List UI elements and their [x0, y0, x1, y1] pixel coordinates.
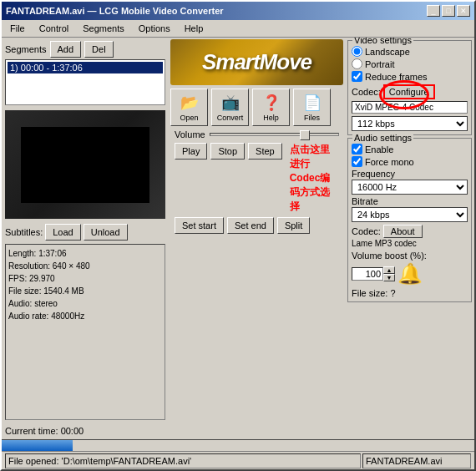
menu-bar: File Control Segments Options Help: [2, 20, 474, 38]
audio-enable-checkbox[interactable]: [352, 144, 362, 154]
spinner-up-button[interactable]: ▲: [383, 266, 395, 274]
force-mono-label: Force mono: [365, 157, 414, 167]
frequency-label: Frequency: [352, 169, 468, 179]
portrait-row: Portrait: [352, 58, 468, 69]
smartmove-text: SmartMove: [202, 49, 311, 75]
audio-settings-group: Audio settings Enable Force mono Frequen…: [347, 138, 472, 302]
clip-info-audiorate: Audio rate: 48000Hz: [8, 310, 162, 322]
volume-boost-row: Volume boost (%):: [352, 251, 468, 261]
status-bar: File opened: 'D:\om\temp\FANTADREAM.avi'…: [2, 451, 474, 469]
del-segment-button[interactable]: Del: [84, 41, 114, 58]
preview-area: [5, 110, 165, 219]
reduce-frames-checkbox[interactable]: [352, 71, 362, 82]
volume-label: Volume: [175, 129, 205, 139]
set-start-button[interactable]: Set start: [175, 217, 224, 234]
menu-help[interactable]: Help: [180, 22, 209, 35]
title-bar-buttons: _ □ ✕: [427, 5, 470, 17]
spinner-buttons: ▲ ▼: [383, 266, 395, 281]
status-right-text: FANTADREAM.avi: [366, 456, 442, 466]
files-label: Files: [304, 114, 320, 122]
open-button[interactable]: 📂 Open: [170, 89, 208, 126]
audio-codec-row: Codec: About: [352, 225, 468, 238]
open-label: Open: [180, 114, 198, 122]
help-label: Help: [263, 114, 279, 122]
maximize-button[interactable]: □: [442, 5, 455, 17]
step-button[interactable]: Step: [248, 143, 282, 160]
add-segment-button[interactable]: Add: [50, 41, 82, 58]
menu-file[interactable]: File: [5, 22, 30, 35]
files-button[interactable]: 📄 Files: [293, 89, 331, 126]
portrait-label: Portrait: [365, 59, 394, 69]
help-icon: ❓: [262, 94, 281, 112]
convert-button[interactable]: 📺 Convert: [211, 89, 249, 126]
load-subtitle-button[interactable]: Load: [45, 224, 80, 241]
configure-container: Configure: [383, 84, 435, 99]
playback-controls: Play Stop Step 点击这里进行Codec编码方式选择: [170, 143, 343, 214]
video-settings-group: Video settings Landscape Portrait Reduce…: [347, 40, 472, 135]
minimize-button[interactable]: _: [427, 5, 440, 17]
smartmove-banner: SmartMove: [170, 39, 343, 85]
close-button[interactable]: ✕: [457, 5, 470, 17]
volume-slider[interactable]: [210, 133, 339, 136]
toolbar-icons: 📂 Open 📺 Convert ❓ Help 📄 Files: [170, 89, 343, 126]
convert-icon: 📺: [221, 94, 240, 112]
status-left: File opened: 'D:\om\temp\FANTADREAM.avi': [5, 453, 361, 468]
spinner-down-button[interactable]: ▼: [383, 274, 395, 281]
files-icon: 📄: [303, 94, 322, 112]
audio-bitrate-select[interactable]: 24 kbps: [352, 207, 468, 222]
volume-boost-label: Volume boost (%):: [352, 251, 427, 261]
segments-header: Segments Add Del: [5, 41, 165, 58]
bitrate-label: Bitrate: [352, 196, 468, 206]
convert-label: Convert: [217, 114, 244, 122]
landscape-label: Landscape: [365, 47, 410, 57]
progress-bar-container: [2, 439, 474, 451]
force-mono-row: Force mono: [352, 156, 468, 167]
landscape-row: Landscape: [352, 46, 468, 57]
force-mono-checkbox[interactable]: [352, 156, 362, 167]
stop-button[interactable]: Stop: [210, 143, 245, 160]
menu-control[interactable]: Control: [34, 22, 73, 35]
menu-options[interactable]: Options: [134, 22, 175, 35]
set-end-button[interactable]: Set end: [227, 217, 274, 234]
video-bitrate-select[interactable]: 112 kbps: [352, 116, 468, 131]
volume-row: Volume: [170, 129, 343, 139]
audio-settings-label: Audio settings: [352, 133, 413, 143]
clip-info-length: Length: 1:37:06: [8, 247, 162, 260]
open-icon: 📂: [180, 94, 199, 112]
title-bar: FANTADREAM.avi — LCG Mobile Video Conver…: [2, 2, 474, 20]
bottom-area: File opened: 'D:\om\temp\FANTADREAM.avi'…: [2, 439, 474, 469]
left-panel: Segments Add Del 1) 00:00 - 1:37:06 Subt…: [2, 38, 169, 439]
landscape-radio[interactable]: [352, 46, 362, 57]
menu-segments[interactable]: Segments: [78, 22, 129, 35]
main-window: FANTADREAM.avi — LCG Mobile Video Conver…: [0, 0, 476, 471]
subtitles-area: Subtitles: Load Unload: [5, 224, 165, 241]
reduce-frames-row: Reduce frames: [352, 71, 468, 82]
split-button[interactable]: Split: [277, 217, 310, 234]
codec-label: Codec:: [352, 87, 381, 97]
configure-button[interactable]: Configure: [383, 84, 435, 99]
decorator-icon: 🔔: [398, 262, 423, 286]
play-button[interactable]: Play: [175, 143, 207, 160]
codec-row: Codec: Configure: [352, 84, 468, 99]
volume-boost-input[interactable]: [352, 267, 383, 281]
about-button[interactable]: About: [383, 225, 423, 238]
video-settings-label: Video settings: [352, 38, 413, 45]
progress-bar-fill: [2, 440, 73, 451]
clip-info-audio: Audio: stereo: [8, 297, 162, 310]
frequency-select[interactable]: 16000 Hz: [352, 180, 468, 195]
segments-listbox[interactable]: 1) 00:00 - 1:37:06: [5, 59, 165, 105]
main-content: Segments Add Del 1) 00:00 - 1:37:06 Subt…: [2, 38, 474, 439]
help-button[interactable]: ❓ Help: [252, 89, 290, 126]
unload-subtitle-button[interactable]: Unload: [84, 224, 128, 241]
lame-text: Lame MP3 codec: [352, 239, 468, 248]
overlay-text: 点击这里进行Codec编码方式选择: [290, 143, 339, 214]
volume-boost-input-row: ▲ ▼ 🔔: [352, 262, 468, 286]
clip-info-fps: FPS: 29.970: [8, 272, 162, 285]
center-panel: SmartMove 📂 Open 📺 Convert ❓ Help 📄: [169, 38, 345, 439]
list-item[interactable]: 1) 00:00 - 1:37:06: [8, 62, 163, 73]
audio-codec-label: Codec:: [352, 226, 381, 236]
reduce-frames-label: Reduce frames: [365, 72, 428, 82]
codec-info: XviD MPEG-4 Codec: [352, 101, 468, 114]
portrait-radio[interactable]: [352, 58, 362, 69]
current-time: Current time: 00:00: [5, 426, 165, 436]
